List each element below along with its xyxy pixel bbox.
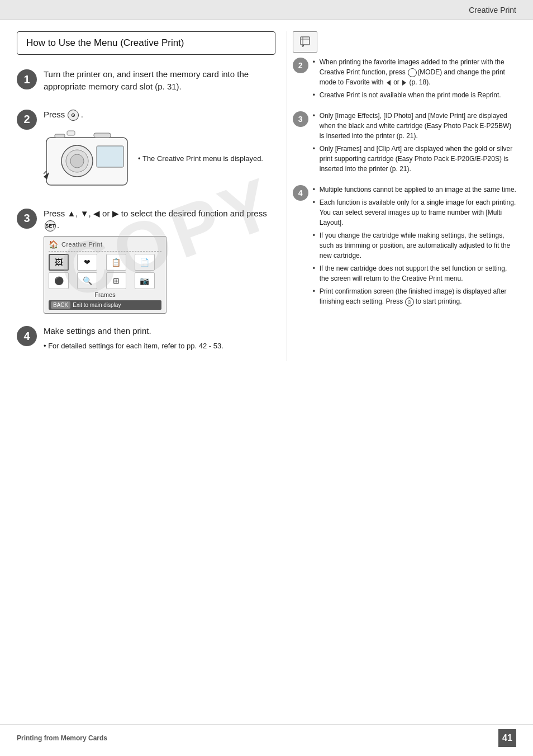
page-footer: Printing from Memory Cards 41	[0, 724, 533, 747]
camera-image-area: • The Creative Print menu is displayed.	[44, 126, 275, 191]
arrow-left-icon	[387, 80, 391, 86]
right-note-2-content: When printing the favorite images added …	[313, 57, 516, 103]
step-2-text: Press ⊙ .	[44, 108, 275, 121]
header-bar: Creative Print	[0, 0, 533, 20]
step-4-bullet: • For detailed settings for each item, r…	[44, 342, 275, 350]
cp-grid-cell-8[interactable]: 📷	[135, 272, 155, 289]
note-icon-area	[293, 31, 516, 53]
arrow-right-icon	[402, 80, 406, 86]
svg-rect-6	[55, 134, 65, 138]
camera-sketch-svg	[44, 126, 130, 191]
pencil-svg	[298, 35, 312, 49]
svg-rect-7	[67, 131, 75, 135]
footer-right: 41	[498, 729, 516, 747]
set-button-icon: SET	[45, 220, 56, 231]
step-3-text: Press ▲, ▼, ◀ or ▶ to select the desired…	[44, 207, 275, 232]
right-note-3-content: Only [Image Effects], [ID Photo] and [Mo…	[313, 111, 516, 177]
cp-grid-cell-6[interactable]: 🔍	[77, 272, 97, 289]
step-1-block: 1 Turn the printer on, and insert the me…	[17, 68, 275, 97]
right-note-2: 2 When printing the favorite images adde…	[293, 57, 516, 103]
step-3-block: 3 Press ▲, ▼, ◀ or ▶ to select the desir…	[17, 207, 275, 314]
footer-left-label: Printing from Memory Cards	[17, 734, 107, 742]
step-3-content: Press ▲, ▼, ◀ or ▶ to select the desired…	[44, 207, 275, 314]
right-note-4-number: 4	[293, 185, 308, 201]
svg-rect-5	[94, 133, 111, 138]
right-note-3-item-2: Only [Frames] and [Clip Art] are display…	[313, 144, 516, 174]
right-note-2-item-2: Creative Print is not available when the…	[313, 90, 516, 100]
right-note-4-item-5: Print confirmation screen (the finished …	[313, 286, 516, 306]
page-content: How to Use the Menu (Creative Print) 1 T…	[0, 20, 533, 372]
menu-button-icon: ⊙	[68, 110, 79, 121]
header-title: Creative Print	[469, 6, 516, 15]
right-note-4-list: Multiple functions cannot be applied to …	[313, 185, 516, 306]
step-2-number: 2	[17, 110, 37, 130]
step-4-block: 4 Make settings and then print. • For de…	[17, 325, 275, 350]
section-heading: How to Use the Menu (Creative Print)	[17, 31, 275, 55]
right-note-4-item-3: If you change the cartridge while making…	[313, 230, 516, 261]
step-1-content: Turn the printer on, and insert the memo…	[44, 68, 275, 97]
mode-circle-icon	[408, 68, 417, 77]
right-note-3-item-1: Only [Image Effects], [ID Photo] and [Mo…	[313, 111, 516, 141]
cp-screen-header: 🏠 Creative Print	[49, 240, 161, 252]
cp-grid-cell-1[interactable]: 🖼	[49, 254, 69, 271]
cp-home-icon: 🏠	[49, 240, 58, 249]
creative-print-screen: 🏠 Creative Print 🖼 ❤ 📋 📄 ⚫ 🔍 ⊞ 📷 Frames	[44, 236, 166, 314]
cp-icon-grid: 🖼 ❤ 📋 📄 ⚫ 🔍 ⊞ 📷	[49, 254, 161, 289]
cp-screen-label: Frames	[49, 291, 161, 298]
cp-screen-title: Creative Print	[61, 241, 103, 248]
cp-grid-cell-2[interactable]: ❤	[77, 254, 97, 271]
left-column: How to Use the Menu (Creative Print) 1 T…	[17, 31, 287, 361]
step-2-content: Press ⊙ .	[44, 108, 275, 196]
svg-point-3	[70, 154, 84, 168]
right-note-4-item-1: Multiple functions cannot be applied to …	[313, 185, 516, 195]
step-2-block: 2 Press ⊙ .	[17, 108, 275, 196]
print-start-icon: ⊙	[405, 297, 414, 306]
right-note-2-item-1: When printing the favorite images added …	[313, 57, 516, 87]
right-note-4: 4 Multiple functions cannot be applied t…	[293, 185, 516, 309]
right-note-2-list: When printing the favorite images added …	[313, 57, 516, 100]
cp-grid-cell-4[interactable]: 📄	[135, 254, 155, 271]
step-1-number: 1	[17, 69, 37, 89]
step-1-text: Turn the printer on, and insert the memo…	[44, 68, 275, 93]
cp-back-label: BACK	[51, 301, 70, 309]
note-pencil-icon	[293, 31, 317, 53]
page-number: 41	[498, 729, 516, 747]
right-column: 2 When printing the favorite images adde…	[287, 31, 516, 361]
step-4-number: 4	[17, 326, 37, 346]
cp-back-text: Exit to main display	[73, 302, 121, 308]
step-4-text: Make settings and then print.	[44, 325, 275, 337]
right-note-3-number: 3	[293, 111, 308, 127]
cp-grid-cell-5[interactable]: ⚫	[49, 272, 69, 289]
cp-grid-cell-7[interactable]: ⊞	[106, 272, 126, 289]
svg-rect-10	[301, 37, 310, 45]
right-note-4-item-2: Each function is available only for a si…	[313, 197, 516, 228]
svg-rect-4	[97, 146, 123, 167]
right-note-3-list: Only [Image Effects], [ID Photo] and [Mo…	[313, 111, 516, 174]
step-3-number: 3	[17, 209, 37, 229]
right-note-3: 3 Only [Image Effects], [ID Photo] and […	[293, 111, 516, 177]
right-note-4-content: Multiple functions cannot be applied to …	[313, 185, 516, 309]
step-4-content: Make settings and then print. • For deta…	[44, 325, 275, 350]
cp-back-bar: BACK Exit to main display	[49, 300, 161, 310]
right-note-4-item-4: If the new cartridge does not support th…	[313, 263, 516, 284]
right-note-2-number: 2	[293, 58, 308, 73]
step-2-note: • The Creative Print menu is displayed.	[138, 154, 263, 163]
cp-grid-cell-3[interactable]: 📋	[106, 254, 126, 271]
